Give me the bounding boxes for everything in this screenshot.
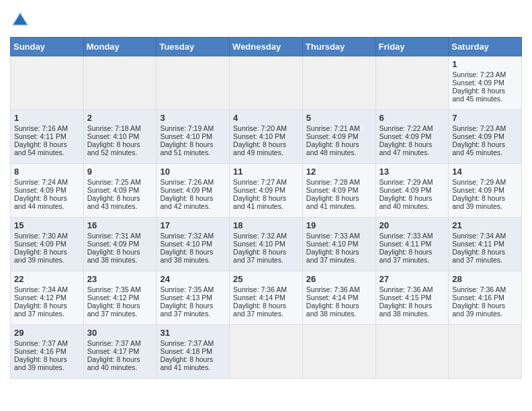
sunset-text: Sunset: 4:14 PM [233,293,285,302]
day-number: 30 [87,328,153,338]
daylight-text: Daylight: 8 hours and 47 minutes. [380,140,433,156]
sunset-text: Sunset: 4:09 PM [87,186,140,194]
sunrise-text: Sunrise: 7:23 AM [452,124,506,132]
sunrise-text: Sunrise: 7:24 AM [14,178,68,186]
calendar-cell: 3 Sunrise: 7:19 AM Sunset: 4:10 PM Dayli… [157,110,230,164]
day-number: 13 [380,167,445,177]
daylight-text: Daylight: 8 hours and 52 minutes. [87,140,140,156]
sunset-text: Sunset: 4:16 PM [452,293,504,302]
daylight-text: Daylight: 8 hours and 37 minutes. [306,248,359,264]
day-number: 21 [452,220,518,230]
sunset-text: Sunset: 4:13 PM [160,293,212,302]
sunrise-text: Sunrise: 7:23 AM [452,71,506,79]
day-number: 18 [233,220,299,230]
day-header-thursday: Thursday [302,38,375,56]
day-number: 26 [306,274,372,284]
sunset-text: Sunset: 4:09 PM [306,132,359,140]
day-number: 5 [306,113,372,123]
calendar-cell: 19 Sunrise: 7:33 AM Sunset: 4:10 PM Dayl… [302,218,375,271]
calendar-cell [230,56,303,110]
calendar-cell [302,56,375,110]
logo-icon [10,10,30,30]
sunset-text: Sunset: 4:09 PM [380,132,432,140]
page-header [10,10,522,30]
day-number: 22 [14,274,80,284]
daylight-text: Daylight: 8 hours and 48 minutes. [306,140,359,156]
daylight-text: Daylight: 8 hours and 41 minutes. [160,355,213,371]
sunset-text: Sunset: 4:11 PM [380,240,432,248]
sunset-text: Sunset: 4:09 PM [452,186,504,194]
calendar-cell: 30 Sunrise: 7:37 AM Sunset: 4:17 PM Dayl… [83,325,157,379]
sunset-text: Sunset: 4:17 PM [87,347,140,355]
calendar-cell: 12 Sunrise: 7:28 AM Sunset: 4:09 PM Dayl… [302,164,375,218]
daylight-text: Daylight: 8 hours and 41 minutes. [233,194,286,210]
sunrise-text: Sunrise: 7:16 AM [14,124,68,132]
daylight-text: Daylight: 8 hours and 49 minutes. [233,140,286,156]
daylight-text: Daylight: 8 hours and 37 minutes. [87,302,140,318]
sunrise-text: Sunrise: 7:31 AM [87,232,141,240]
sunrise-text: Sunrise: 7:25 AM [87,178,141,186]
sunrise-text: Sunrise: 7:19 AM [160,124,214,132]
calendar-cell [302,325,375,379]
calendar-cell [157,56,230,110]
day-header-monday: Monday [83,38,157,56]
calendar-cell [11,56,84,110]
day-header-tuesday: Tuesday [157,38,230,56]
day-header-friday: Friday [375,38,449,56]
day-number: 1 [452,59,518,69]
calendar-cell: 10 Sunrise: 7:26 AM Sunset: 4:09 PM Dayl… [157,164,230,218]
daylight-text: Daylight: 8 hours and 38 minutes. [87,248,140,264]
daylight-text: Daylight: 8 hours and 40 minutes. [380,194,433,210]
sunset-text: Sunset: 4:18 PM [160,347,212,355]
daylight-text: Daylight: 8 hours and 42 minutes. [160,194,213,210]
sunset-text: Sunset: 4:09 PM [380,186,432,194]
calendar-cell: 22 Sunrise: 7:34 AM Sunset: 4:12 PM Dayl… [11,271,84,325]
sunrise-text: Sunrise: 7:35 AM [87,285,141,293]
sunrise-text: Sunrise: 7:35 AM [160,285,214,293]
daylight-text: Daylight: 8 hours and 39 minutes. [452,194,505,210]
daylight-text: Daylight: 8 hours and 40 minutes. [87,355,140,371]
sunset-text: Sunset: 4:16 PM [14,347,66,355]
calendar-week-row: 29 Sunrise: 7:37 AM Sunset: 4:16 PM Dayl… [11,325,522,379]
calendar-cell: 13 Sunrise: 7:29 AM Sunset: 4:09 PM Dayl… [375,164,449,218]
daylight-text: Daylight: 8 hours and 37 minutes. [233,248,286,264]
day-number: 20 [380,220,445,230]
day-number: 27 [380,274,445,284]
sunrise-text: Sunrise: 7:20 AM [233,124,287,132]
sunset-text: Sunset: 4:12 PM [14,293,66,302]
sunrise-text: Sunrise: 7:32 AM [160,232,214,240]
day-number: 3 [160,113,226,123]
daylight-text: Daylight: 8 hours and 38 minutes. [160,248,213,264]
daylight-text: Daylight: 8 hours and 45 minutes. [452,140,505,156]
sunrise-text: Sunrise: 7:33 AM [380,232,433,240]
daylight-text: Daylight: 8 hours and 39 minutes. [14,248,67,264]
sunrise-text: Sunrise: 7:36 AM [380,285,433,293]
sunrise-text: Sunrise: 7:36 AM [233,285,287,293]
calendar-cell: 24 Sunrise: 7:35 AM Sunset: 4:13 PM Dayl… [157,271,230,325]
daylight-text: Daylight: 8 hours and 44 minutes. [14,194,67,210]
calendar-cell: 28 Sunrise: 7:36 AM Sunset: 4:16 PM Dayl… [449,271,522,325]
day-number: 12 [306,167,372,177]
daylight-text: Daylight: 8 hours and 51 minutes. [160,140,213,156]
calendar-cell: 20 Sunrise: 7:33 AM Sunset: 4:11 PM Dayl… [375,218,449,271]
calendar-cell: 27 Sunrise: 7:36 AM Sunset: 4:15 PM Dayl… [375,271,449,325]
sunset-text: Sunset: 4:15 PM [380,293,432,302]
calendar-cell [83,56,157,110]
sunrise-text: Sunrise: 7:27 AM [233,178,287,186]
day-number: 28 [452,274,518,284]
day-number: 1 [14,113,80,123]
calendar-cell: 6 Sunrise: 7:22 AM Sunset: 4:09 PM Dayli… [375,110,449,164]
sunrise-text: Sunrise: 7:34 AM [14,285,68,293]
calendar-table: SundayMondayTuesdayWednesdayThursdayFrid… [10,37,522,379]
sunset-text: Sunset: 4:11 PM [452,240,504,248]
day-number: 24 [160,274,226,284]
daylight-text: Daylight: 8 hours and 39 minutes. [14,355,67,371]
sunrise-text: Sunrise: 7:37 AM [14,339,68,347]
day-number: 7 [452,113,518,123]
sunrise-text: Sunrise: 7:32 AM [233,232,287,240]
calendar-cell: 8 Sunrise: 7:24 AM Sunset: 4:09 PM Dayli… [11,164,84,218]
calendar-header-row: SundayMondayTuesdayWednesdayThursdayFrid… [11,38,522,56]
calendar-cell: 2 Sunrise: 7:18 AM Sunset: 4:10 PM Dayli… [83,110,157,164]
calendar-cell: 4 Sunrise: 7:20 AM Sunset: 4:10 PM Dayli… [230,110,303,164]
day-number: 6 [380,113,445,123]
